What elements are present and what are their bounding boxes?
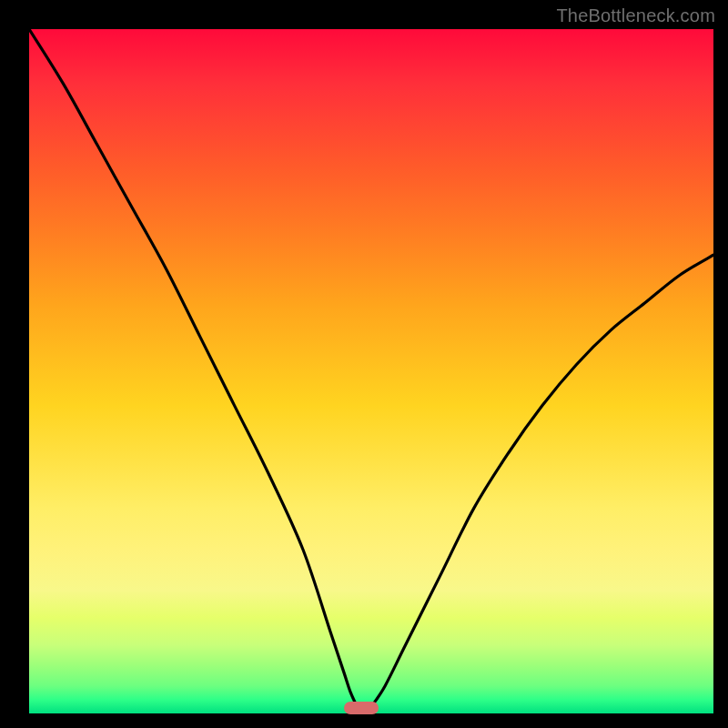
bottleneck-curve xyxy=(29,29,713,713)
watermark-text: TheBottleneck.com xyxy=(556,5,715,26)
chart-frame: TheBottleneck.com xyxy=(0,0,728,728)
balance-marker xyxy=(344,702,379,714)
plot-area xyxy=(29,29,713,713)
